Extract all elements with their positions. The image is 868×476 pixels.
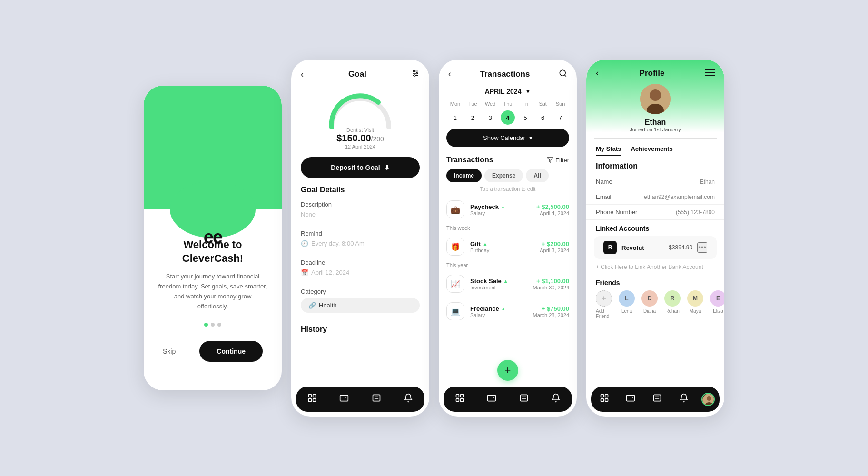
deposit-label: Deposit to Goal — [331, 164, 380, 171]
show-calendar-button[interactable]: Show Calendar ▾ — [446, 129, 569, 147]
cal-day-2[interactable]: 2 — [465, 110, 480, 125]
filter-button[interactable]: Filter — [547, 157, 569, 164]
nav-bell-icon[interactable] — [675, 392, 692, 406]
nav-home-icon[interactable] — [304, 392, 321, 406]
add-bank-label: + Click Here to Link Another Bank Accoun… — [596, 264, 703, 270]
svg-rect-10 — [340, 395, 348, 401]
profile-header-bg: ‹ Profile Ethan Joined on 1st January — [586, 60, 724, 132]
welcome-actions: Skip Continue — [158, 341, 267, 362]
list-item[interactable]: + Add Friend — [596, 290, 612, 319]
freelance-info: Freelance ▲ Salary — [470, 305, 527, 318]
list-item: R Rohan — [664, 290, 681, 319]
gauge-date: 12 April 2024 — [336, 144, 384, 149]
revolut-name: Revolut — [621, 244, 664, 251]
bottom-nav-goal — [296, 387, 424, 412]
add-friend-avatar[interactable]: + — [596, 290, 612, 307]
nav-profile-avatar[interactable] — [701, 393, 715, 406]
deposit-button[interactable]: Deposit to Goal ⬇ — [301, 157, 420, 178]
cal-day-6[interactable]: 6 — [536, 110, 550, 125]
welcome-subtitle: Start your journey toward financial free… — [158, 272, 267, 311]
nav-wallet-icon[interactable] — [622, 392, 639, 406]
nav-home-icon[interactable] — [451, 392, 468, 406]
stock-icon: 📈 — [446, 275, 464, 293]
table-row[interactable]: 💼 Paycheck ▲ Salary + $2,500.00 April 4,… — [439, 196, 577, 223]
svg-rect-8 — [308, 399, 311, 402]
profile-back-button[interactable]: ‹ — [596, 68, 599, 78]
calendar-icon: 📅 — [301, 269, 308, 276]
friend-maya-avatar: M — [687, 290, 703, 307]
cal-day-7[interactable]: 7 — [553, 110, 567, 125]
friend-rohan-avatar: R — [664, 290, 681, 307]
svg-rect-17 — [456, 395, 459, 397]
period-this-year: This year — [439, 260, 577, 270]
friend-eliza-name: Eliza — [713, 308, 723, 314]
cal-day-1[interactable]: 1 — [448, 110, 462, 125]
up-arrow-icon: ▲ — [501, 204, 505, 209]
paycheck-info: Paycheck ▲ Salary — [470, 203, 531, 216]
nav-list-icon[interactable] — [515, 392, 533, 406]
remind-field: Remind 🕗 Every day, 8:00 Am — [301, 230, 420, 251]
hamburger-menu-button[interactable] — [705, 69, 715, 78]
profile-name: Ethan — [596, 118, 715, 127]
svg-point-3 — [413, 70, 414, 72]
nav-bell-icon[interactable] — [400, 392, 417, 406]
transaction-tabs: Income Expense All — [439, 169, 577, 186]
svg-rect-19 — [456, 399, 459, 402]
continue-button[interactable]: Continue — [199, 341, 263, 362]
nav-home-icon[interactable] — [596, 392, 613, 406]
screen-welcome: ee Welcome to CleverCash! Start your jou… — [144, 86, 282, 390]
transactions-back-button[interactable]: ‹ — [448, 69, 451, 79]
dot-2 — [211, 323, 215, 327]
description-label: Description — [301, 201, 420, 208]
friends-row: + Add Friend L Lena D Diana R Rohan M Ma… — [586, 287, 724, 323]
screen-transactions: ‹ Transactions APRIL 2024 ▼ Mon Tue Wed … — [439, 60, 577, 416]
welcome-green-bg: ee — [144, 86, 282, 209]
transactions-header-title: Transactions — [480, 69, 530, 79]
cal-day-4[interactable]: 4 — [501, 110, 515, 125]
cal-day-5[interactable]: 5 — [518, 110, 533, 125]
table-row[interactable]: 💻 Freelance ▲ Salary + $750.00 March 28,… — [439, 298, 577, 325]
friend-lena-avatar: L — [619, 290, 635, 307]
search-button[interactable] — [559, 69, 567, 79]
friends-title: Friends — [586, 275, 724, 287]
goal-header: ‹ Goal — [291, 60, 429, 84]
svg-rect-6 — [308, 395, 311, 397]
freelance-icon: 💻 — [446, 302, 464, 320]
nav-list-icon[interactable] — [649, 392, 666, 406]
account-more-button[interactable]: ••• — [697, 242, 707, 253]
settings-icon[interactable] — [411, 69, 420, 79]
gauge-name: Dentist Visit — [336, 127, 384, 133]
skip-button[interactable]: Skip — [163, 347, 176, 355]
tab-income[interactable]: Income — [446, 169, 482, 182]
svg-rect-9 — [313, 399, 316, 402]
info-phone-label: Phone Number — [596, 208, 637, 216]
svg-line-15 — [564, 75, 566, 76]
friend-diana-avatar: D — [641, 290, 658, 307]
info-email-label: Email — [596, 193, 612, 200]
description-value: None — [301, 211, 420, 222]
cal-day-3[interactable]: 3 — [483, 110, 497, 125]
list-item: M Maya — [687, 290, 703, 319]
table-row[interactable]: 🎁 Gift ▲ Birthday + $200.00 April 3, 202… — [439, 233, 577, 260]
gauge-svg — [322, 89, 398, 132]
deadline-value: 📅 April 12, 2024 — [301, 269, 420, 280]
tab-expense[interactable]: Expense — [484, 169, 523, 182]
fab-add-button[interactable]: + — [497, 360, 518, 381]
transactions-section-header: Transactions Filter — [439, 154, 577, 169]
up-arrow-icon: ▲ — [483, 241, 487, 247]
nav-bell-icon[interactable] — [547, 392, 564, 406]
tab-all[interactable]: All — [526, 169, 548, 182]
category-pill[interactable]: 🔗 Health — [301, 298, 420, 313]
svg-rect-35 — [627, 395, 635, 401]
back-button[interactable]: ‹ — [301, 69, 304, 79]
table-row[interactable]: 📈 Stock Sale ▲ Investment + $1,100.00 Ma… — [439, 270, 577, 298]
tab-my-stats[interactable]: My Stats — [596, 145, 621, 156]
profile-header-title: Profile — [640, 69, 665, 78]
nav-wallet-icon[interactable] — [483, 392, 500, 406]
nav-list-icon[interactable] — [368, 392, 385, 406]
list-item: L Lena — [619, 290, 635, 319]
add-bank-row[interactable]: + Click Here to Link Another Bank Accoun… — [586, 259, 724, 275]
tab-achievements[interactable]: Achievements — [631, 145, 672, 156]
nav-wallet-icon[interactable] — [335, 392, 353, 406]
svg-point-29 — [650, 89, 661, 101]
